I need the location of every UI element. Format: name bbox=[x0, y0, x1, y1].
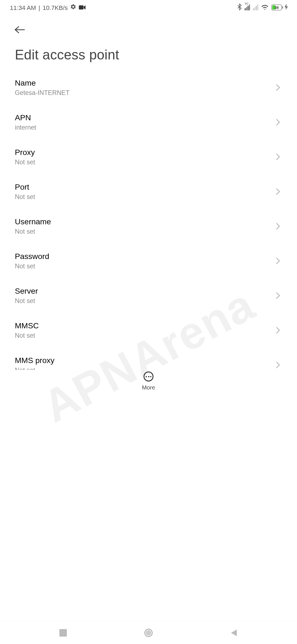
apn-field-row[interactable]: Server Not set bbox=[0, 278, 297, 313]
apn-field-row[interactable]: Port Not set bbox=[0, 174, 297, 209]
status-netspeed: 10.7KB/s bbox=[43, 4, 68, 11]
svg-point-4 bbox=[146, 630, 151, 635]
field-value: Not set bbox=[15, 297, 38, 305]
gear-icon bbox=[70, 4, 76, 11]
chevron-right-icon bbox=[274, 326, 282, 334]
page-title: Edit access point bbox=[0, 40, 297, 72]
chevron-right-icon bbox=[274, 291, 282, 300]
nav-recent-button[interactable] bbox=[55, 624, 72, 641]
more-button[interactable]: More bbox=[142, 372, 155, 391]
header bbox=[0, 15, 297, 40]
field-label: Server bbox=[15, 286, 38, 296]
ellipsis-icon bbox=[144, 372, 153, 381]
apn-field-row[interactable]: APN internet bbox=[0, 105, 297, 140]
chevron-right-icon bbox=[274, 257, 282, 265]
field-value: Not set bbox=[15, 367, 54, 370]
more-label: More bbox=[142, 384, 155, 391]
field-value: Not set bbox=[15, 228, 51, 235]
chevron-right-icon bbox=[274, 83, 282, 92]
field-value: internet bbox=[15, 124, 36, 131]
apn-field-row[interactable]: Name Getesa-INTERNET bbox=[0, 70, 297, 105]
back-button[interactable] bbox=[14, 21, 31, 38]
status-left: 11:34 AM | 10.7KB/s bbox=[10, 4, 86, 11]
status-time: 11:34 AM bbox=[10, 4, 36, 11]
field-label: Username bbox=[15, 217, 51, 226]
field-label: Name bbox=[15, 78, 70, 88]
nav-home-button[interactable] bbox=[140, 624, 157, 641]
chevron-right-icon bbox=[274, 118, 282, 126]
field-label: APN bbox=[15, 113, 36, 122]
status-bar: 11:34 AM | 10.7KB/s 4G bbox=[0, 0, 297, 15]
apn-field-list: Name Getesa-INTERNET APN internet Proxy … bbox=[0, 69, 297, 370]
video-icon bbox=[79, 4, 86, 11]
field-label: MMS proxy bbox=[15, 356, 54, 365]
signal-sim2-icon bbox=[253, 5, 258, 10]
field-label: Port bbox=[15, 182, 35, 192]
field-label: Proxy bbox=[15, 148, 35, 157]
signal-4g-icon: 4G bbox=[245, 5, 250, 10]
apn-field-row[interactable]: MMSC Not set bbox=[0, 313, 297, 348]
apn-field-row[interactable]: Password Not set bbox=[0, 244, 297, 278]
battery-icon: 38 bbox=[271, 5, 282, 10]
field-label: MMSC bbox=[15, 321, 39, 330]
field-value: Not set bbox=[15, 332, 39, 339]
field-value: Not set bbox=[15, 193, 35, 201]
chevron-right-icon bbox=[274, 153, 282, 161]
svg-rect-2 bbox=[59, 629, 67, 636]
apn-field-row[interactable]: Username Not set bbox=[0, 209, 297, 244]
field-value: Not set bbox=[15, 159, 35, 166]
bluetooth-icon bbox=[237, 3, 242, 12]
nav-back-button[interactable] bbox=[226, 624, 242, 641]
status-right: 4G 38 bbox=[237, 3, 288, 12]
charging-icon bbox=[285, 4, 288, 11]
content-viewport: Name Getesa-INTERNET APN internet Proxy … bbox=[0, 69, 297, 370]
system-nav-bar bbox=[0, 621, 297, 644]
apn-field-row[interactable]: MMS proxy Not set bbox=[0, 348, 297, 370]
field-value: Getesa-INTERNET bbox=[15, 89, 70, 97]
field-value: Not set bbox=[15, 263, 49, 270]
apn-field-row[interactable]: Proxy Not set bbox=[0, 140, 297, 174]
wifi-icon bbox=[261, 4, 269, 11]
svg-rect-0 bbox=[79, 5, 84, 9]
field-label: Password bbox=[15, 252, 49, 261]
chevron-right-icon bbox=[274, 222, 282, 230]
chevron-right-icon bbox=[274, 361, 282, 369]
chevron-right-icon bbox=[274, 187, 282, 196]
